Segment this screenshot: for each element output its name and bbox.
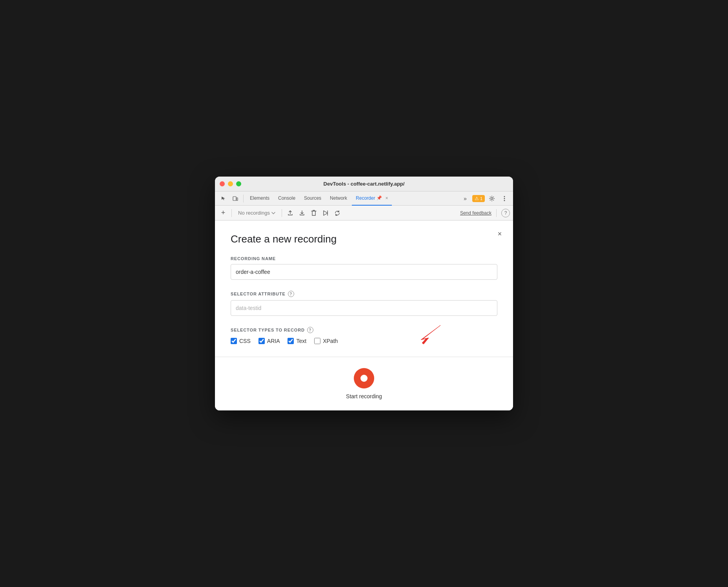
chevron-down-icon (271, 212, 275, 214)
delete-btn[interactable] (309, 208, 319, 218)
play-icon (322, 210, 329, 216)
start-recording-label: Start recording (346, 393, 382, 399)
checkbox-text[interactable]: Text (288, 338, 306, 344)
dialog-close-btn[interactable]: × (494, 228, 505, 239)
title-bar: DevTools - coffee-cart.netlify.app/ (215, 177, 513, 191)
toolbar-divider (231, 209, 232, 217)
checkbox-aria-label: ARIA (267, 338, 280, 344)
devtools-window: DevTools - coffee-cart.netlify.app/ Elem… (215, 177, 513, 410)
close-button[interactable] (220, 181, 225, 186)
selector-types-checkboxes: CSS ARIA Text XPath (231, 338, 497, 344)
export-icon (287, 210, 293, 216)
tab-divider (243, 195, 244, 202)
section-divider (215, 357, 513, 357)
selector-types-section: SELECTOR TYPES TO RECORD ? CSS ARIA (231, 327, 497, 344)
toolbar-right-area: Send feedback ? (460, 209, 510, 217)
arrow-annotation (411, 321, 442, 349)
export-btn[interactable] (285, 208, 295, 218)
recordings-dropdown-btn[interactable]: No recordings (235, 208, 278, 218)
recording-name-label: RECORDING NAME (231, 256, 497, 261)
checkbox-aria[interactable]: ARIA (258, 338, 280, 344)
add-recording-btn[interactable]: + (218, 208, 228, 218)
recorder-close-icon[interactable]: × (385, 195, 388, 201)
checkbox-css[interactable]: CSS (231, 338, 251, 344)
dialog-title: Create a new recording (231, 233, 497, 245)
tab-elements[interactable]: Elements (246, 191, 273, 206)
checkbox-xpath-input[interactable] (314, 338, 320, 344)
fullscreen-button[interactable] (236, 181, 241, 186)
svg-rect-1 (237, 198, 238, 201)
checkbox-css-label: CSS (239, 338, 251, 344)
recorder-pin-icon: 📌 (377, 195, 382, 201)
replay-icon (334, 210, 340, 216)
tab-recorder[interactable]: Recorder 📌 × (352, 191, 392, 206)
pointer-icon-btn[interactable] (218, 193, 229, 204)
import-icon (299, 210, 305, 216)
start-recording-btn[interactable] (354, 368, 374, 388)
recording-name-input[interactable] (231, 264, 497, 280)
selector-attribute-input[interactable] (231, 300, 497, 316)
checkbox-css-input[interactable] (231, 338, 237, 344)
svg-point-4 (504, 198, 505, 199)
help-btn[interactable]: ? (501, 209, 510, 217)
checkbox-text-input[interactable] (288, 338, 294, 344)
checkbox-aria-input[interactable] (258, 338, 265, 344)
svg-rect-0 (233, 197, 236, 201)
minimize-button[interactable] (228, 181, 233, 186)
checkbox-text-label: Text (296, 338, 306, 344)
settings-gear-btn[interactable] (486, 193, 497, 204)
device-toggle-btn[interactable] (230, 193, 241, 204)
svg-point-2 (491, 197, 493, 199)
window-title: DevTools - coffee-cart.netlify.app/ (324, 181, 405, 187)
tab-sources[interactable]: Sources (300, 191, 325, 206)
toolbar-divider-3 (496, 209, 497, 217)
dialog-content: × Create a new recording RECORDING NAME … (215, 221, 513, 357)
checkbox-xpath-label: XPath (323, 338, 338, 344)
trash-icon (311, 210, 317, 216)
checkbox-xpath[interactable]: XPath (314, 338, 338, 344)
send-feedback-btn[interactable]: Send feedback (460, 210, 491, 216)
play-btn[interactable] (320, 208, 331, 218)
more-tabs-btn[interactable]: » (460, 193, 471, 204)
selector-types-label: SELECTOR TYPES TO RECORD ? (231, 327, 497, 333)
more-options-btn[interactable] (499, 193, 510, 204)
more-tabs-area: » ⚠ 1 (460, 193, 510, 204)
selector-types-help-icon[interactable]: ? (307, 327, 313, 333)
selector-attribute-label: SELECTOR ATTRIBUTE ? (231, 291, 497, 297)
selector-attribute-help-icon[interactable]: ? (288, 291, 294, 297)
traffic-lights (220, 181, 241, 186)
dialog-footer: Start recording (215, 357, 513, 410)
notification-badge-btn[interactable]: ⚠ 1 (472, 195, 485, 202)
toolbar-divider-2 (282, 209, 282, 217)
tab-console[interactable]: Console (274, 191, 299, 206)
tab-network[interactable]: Network (326, 191, 351, 206)
devtools-tabs-bar: Elements Console Sources Network Recorde… (215, 191, 513, 206)
replay-btn[interactable] (332, 208, 342, 218)
recorder-toolbar: + No recordings (215, 206, 513, 221)
svg-point-5 (504, 200, 505, 201)
svg-point-3 (504, 196, 505, 197)
import-btn[interactable] (297, 208, 307, 218)
